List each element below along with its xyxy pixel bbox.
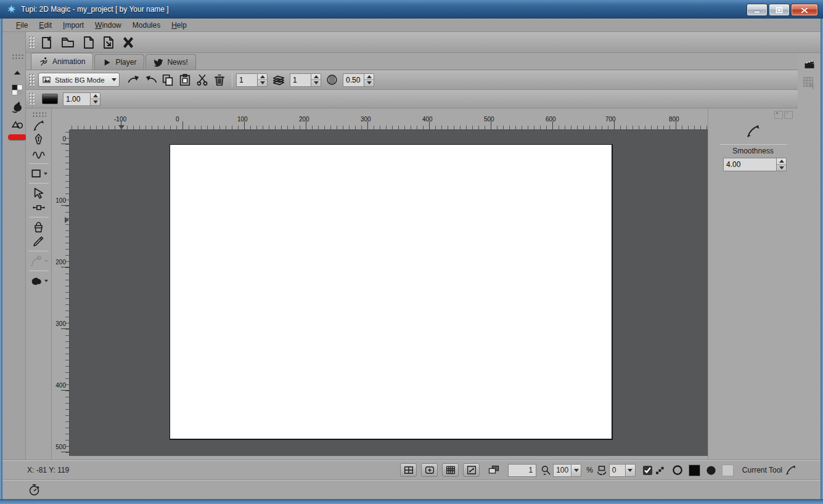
thickness-spinbox (63, 92, 100, 106)
current-tool-label: Current Tool (742, 466, 782, 474)
spin-down-button[interactable] (364, 80, 374, 86)
safe-area-button[interactable] (421, 463, 438, 477)
new-document-icon (39, 35, 54, 50)
bg-mode-combo[interactable]: Static BG Mode (38, 73, 120, 87)
selection-tool-button[interactable] (28, 186, 49, 200)
menu-edit[interactable]: Edit (34, 20, 57, 31)
copy-button[interactable] (159, 71, 176, 89)
onion-skin-next-input[interactable] (290, 73, 311, 87)
redo-button[interactable] (142, 71, 159, 89)
ink-bottle-icon (10, 100, 24, 114)
separator (719, 144, 787, 145)
polyline-tool-button[interactable] (28, 147, 49, 161)
spin-up-button[interactable] (311, 74, 321, 81)
spin-down-button[interactable] (311, 80, 321, 86)
spin-down-button[interactable] (258, 80, 267, 86)
scenes-button[interactable] (801, 57, 818, 73)
title-bar[interactable]: Tupi: 2D Magic - my_project [ by Your na… (0, 0, 823, 18)
vector-shapes-button[interactable] (9, 117, 25, 132)
expand-arrow-button[interactable] (9, 65, 25, 80)
fit-canvas-button[interactable] (463, 463, 480, 477)
antialias-checkbox[interactable] (643, 466, 652, 475)
clapperboard-icon (803, 59, 816, 71)
save-project-button[interactable] (80, 34, 97, 51)
chevron-down-icon (44, 260, 48, 262)
thickness-input[interactable] (63, 92, 90, 106)
open-project-button[interactable] (59, 34, 76, 51)
fill-circle-icon (705, 465, 717, 476)
menu-import[interactable]: Import (58, 20, 89, 31)
tab-animation[interactable]: Animation (31, 53, 93, 70)
timer-button[interactable] (26, 482, 42, 498)
runner-icon (39, 57, 49, 67)
frame-number-field[interactable]: 1 (508, 464, 536, 477)
tab-news[interactable]: News! (145, 54, 195, 70)
node-selection-tool-button[interactable] (28, 200, 49, 214)
ink-tool-button[interactable] (28, 132, 49, 147)
save-project-as-button[interactable] (100, 34, 117, 51)
toolbar-drag-handle[interactable] (28, 73, 35, 87)
spin-up-button[interactable] (91, 93, 100, 100)
opacity-factor-input[interactable] (343, 73, 364, 87)
motion-tool-button[interactable] (28, 274, 49, 288)
resize-diagonal-icon (465, 465, 478, 476)
close-project-button[interactable] (120, 34, 137, 51)
new-project-button[interactable] (38, 34, 55, 51)
cut-button[interactable] (194, 71, 211, 89)
onion-skin-prev-input[interactable] (236, 73, 257, 87)
tab-label: Player (115, 58, 136, 67)
brush-settings-button[interactable] (9, 100, 25, 115)
menu-window[interactable]: Window (90, 20, 126, 31)
rotation-dropdown-button[interactable] (625, 464, 636, 477)
dense-grid-button[interactable] (442, 463, 459, 477)
pencil-icon (32, 119, 46, 132)
toolbar-drag-handle[interactable] (28, 92, 35, 106)
panel-detach-button[interactable] (774, 111, 783, 119)
menu-modules[interactable]: Modules (128, 20, 165, 31)
close-icon (786, 112, 792, 118)
status-bar-secondary (2, 479, 821, 499)
tweening-tool-button[interactable] (28, 254, 49, 268)
ruler-label: 0 (62, 136, 66, 142)
panel-close-button[interactable] (784, 111, 793, 119)
minimize-icon (753, 7, 761, 13)
spin-up-button[interactable] (258, 74, 267, 81)
contour-color-swatch[interactable] (689, 465, 700, 476)
spin-up-button[interactable] (777, 158, 786, 165)
paste-button[interactable] (176, 71, 194, 89)
menu-file[interactable]: File (11, 20, 33, 31)
separator (29, 270, 49, 271)
panel-drag-handle[interactable] (31, 111, 46, 117)
rotation-combo[interactable]: 0 (609, 464, 636, 477)
pencil-tool-button[interactable] (28, 118, 49, 132)
undo-button[interactable] (125, 71, 142, 89)
spin-down-button[interactable] (91, 99, 100, 105)
shapes-tool-button[interactable] (28, 166, 49, 181)
fill-tool-button[interactable] (28, 220, 49, 234)
drawing-canvas[interactable] (170, 144, 613, 440)
tab-player[interactable]: Player (94, 54, 144, 70)
delete-button[interactable] (211, 71, 228, 89)
zoom-combo[interactable]: 100 (553, 464, 581, 477)
fill-color-swatch[interactable] (722, 465, 734, 476)
dock-drag-handle[interactable] (11, 53, 23, 60)
detach-icon (776, 112, 782, 118)
spin-down-button[interactable] (777, 165, 786, 171)
exposure-sheet-button[interactable] (801, 75, 818, 91)
app-logo-icon (6, 4, 17, 15)
stopwatch-icon (28, 483, 41, 497)
brush-preview-button[interactable] (42, 94, 58, 104)
maximize-button[interactable] (769, 4, 790, 16)
brush-tool-button[interactable] (28, 234, 49, 248)
minimize-button[interactable] (747, 4, 768, 16)
show-grid-button[interactable] (400, 463, 417, 477)
spin-up-button[interactable] (364, 74, 374, 81)
close-button[interactable] (791, 4, 818, 16)
menu-help[interactable]: Help (166, 20, 192, 31)
zoom-dropdown-button[interactable] (571, 464, 581, 477)
smoothness-input[interactable] (723, 158, 776, 171)
document-icon (81, 35, 96, 50)
toolbar-drag-handle[interactable] (28, 36, 35, 49)
pencil-icon (745, 123, 761, 139)
color-palette-button[interactable] (9, 83, 25, 97)
